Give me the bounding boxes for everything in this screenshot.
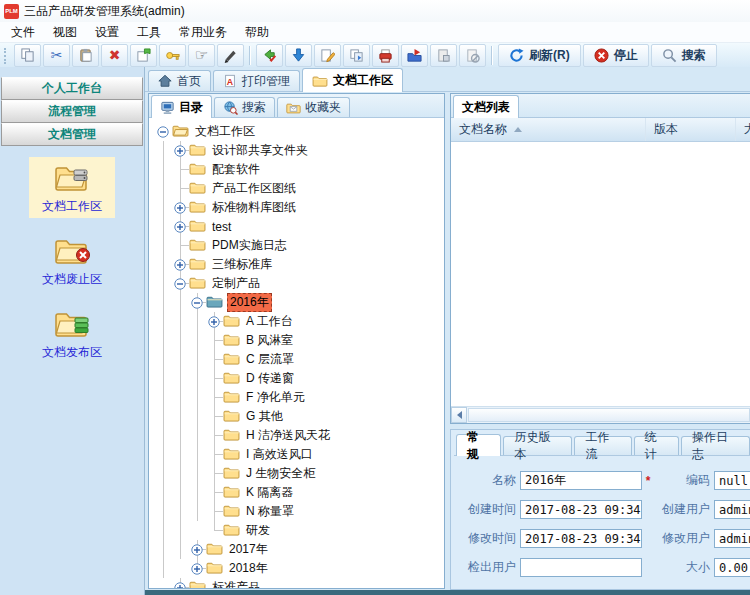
- tree-node[interactable]: F 净化单元: [155, 388, 444, 407]
- tree-node-label[interactable]: PDM实施日志: [210, 237, 289, 254]
- tree-node[interactable]: N 称量罩: [155, 502, 444, 521]
- toolbar-button[interactable]: [459, 44, 486, 67]
- sidebar-section-流程管理[interactable]: 流程管理: [1, 100, 143, 123]
- tree-node[interactable]: 标准产品: [155, 578, 444, 588]
- tree-tab-收藏夹[interactable]: 收藏夹: [277, 97, 350, 117]
- column-header-文档名称[interactable]: 文档名称: [451, 118, 646, 141]
- menu-item-视图[interactable]: 视图: [44, 22, 86, 43]
- tree-node-label[interactable]: 三维标准库: [210, 256, 274, 273]
- toolbar-button[interactable]: [401, 44, 428, 67]
- tree-node[interactable]: 2016年: [155, 293, 444, 312]
- toolbar-button[interactable]: [256, 44, 283, 67]
- menu-item-工具[interactable]: 工具: [128, 22, 170, 43]
- tree-node-label[interactable]: G 其他: [244, 408, 285, 425]
- field-input-名称[interactable]: 2016年: [520, 471, 642, 490]
- detail-tab-工作流[interactable]: 工作流: [574, 436, 631, 455]
- field-input-修改用户[interactable]: admin: [714, 529, 750, 548]
- toolbar-button-刷新(R)[interactable]: 刷新(R): [498, 44, 581, 67]
- toolbar-button[interactable]: [217, 44, 244, 67]
- tree-node-label[interactable]: test: [210, 220, 233, 234]
- tree-node[interactable]: C 层流罩: [155, 350, 444, 369]
- toolbar-button[interactable]: ☞: [188, 44, 215, 67]
- toolbar-button[interactable]: [314, 44, 341, 67]
- tree-node-label[interactable]: 定制产品: [210, 275, 262, 292]
- tree-node[interactable]: 研发: [155, 521, 444, 540]
- scrollbar-track[interactable]: [468, 408, 750, 422]
- tree-node[interactable]: 配套软件: [155, 160, 444, 179]
- tree-node-label[interactable]: 2018年: [227, 560, 270, 577]
- tree-node[interactable]: test: [155, 217, 444, 236]
- tree-node-label[interactable]: 2017年: [227, 541, 270, 558]
- tree-node-label[interactable]: K 隔离器: [244, 484, 295, 501]
- tab-文档工作区[interactable]: 文档工作区: [302, 68, 403, 92]
- tree-tab-搜索[interactable]: 搜索: [214, 97, 275, 117]
- sidebar-item-文档发布区[interactable]: 文档发布区: [29, 303, 115, 364]
- tree-node-label[interactable]: N 称量罩: [244, 503, 296, 520]
- tree-node-label[interactable]: 配套软件: [210, 161, 262, 178]
- field-input-创建用户[interactable]: admin: [714, 500, 750, 519]
- tree-node-label[interactable]: I 高效送风口: [244, 446, 315, 463]
- toolbar-button-停止[interactable]: 停止: [583, 44, 649, 67]
- tree-node[interactable]: 标准物料库图纸: [155, 198, 444, 217]
- field-input-编码[interactable]: null: [714, 471, 750, 490]
- tree-node-label[interactable]: F 净化单元: [244, 389, 307, 406]
- tree-node-label[interactable]: A 工作台: [244, 313, 295, 330]
- tree-node[interactable]: K 隔离器: [155, 483, 444, 502]
- field-input-检出用户[interactable]: [520, 558, 642, 577]
- tree-node[interactable]: G 其他: [155, 407, 444, 426]
- toolbar-button[interactable]: [159, 44, 186, 67]
- menu-item-常用业务[interactable]: 常用业务: [170, 22, 236, 43]
- toolbar-button[interactable]: [130, 44, 157, 67]
- tree-node[interactable]: J 生物安全柜: [155, 464, 444, 483]
- sidebar-section-个人工作台[interactable]: 个人工作台: [1, 77, 143, 100]
- tree-node[interactable]: D 传递窗: [155, 369, 444, 388]
- tree-node[interactable]: H 洁净送风天花: [155, 426, 444, 445]
- tree-node-label[interactable]: 产品工作区图纸: [210, 180, 298, 197]
- tree-node-label[interactable]: D 传递窗: [244, 370, 296, 387]
- tab-打印管理[interactable]: A打印管理: [213, 70, 300, 91]
- tree-node[interactable]: I 高效送风口: [155, 445, 444, 464]
- horizontal-scrollbar[interactable]: [451, 406, 750, 423]
- tree-tab-目录[interactable]: 目录: [151, 95, 212, 118]
- tab-首页[interactable]: 首页: [148, 70, 211, 91]
- tree-node-label[interactable]: 标准物料库图纸: [210, 199, 298, 216]
- tree-node-label[interactable]: B 风淋室: [244, 332, 295, 349]
- tree-node[interactable]: 2018年: [155, 559, 444, 578]
- toolbar-button-搜索[interactable]: 搜索: [651, 44, 717, 67]
- sidebar-item-文档工作区[interactable]: 文档工作区: [29, 157, 115, 218]
- tab-document-list[interactable]: 文档列表: [453, 95, 519, 118]
- tree-node[interactable]: 文档工作区: [155, 122, 444, 141]
- tree-node[interactable]: 产品工作区图纸: [155, 179, 444, 198]
- toolbar-button[interactable]: ✖: [101, 44, 128, 67]
- sidebar-section-文档管理[interactable]: 文档管理: [1, 123, 143, 146]
- tree-node-label[interactable]: 研发: [244, 522, 272, 539]
- tree-node[interactable]: 设计部共享文件夹: [155, 141, 444, 160]
- tree-node[interactable]: 三维标准库: [155, 255, 444, 274]
- tree-node[interactable]: 定制产品: [155, 274, 444, 293]
- menu-item-文件[interactable]: 文件: [2, 22, 44, 43]
- column-header-大小[interactable]: 大小: [736, 118, 750, 141]
- detail-tab-历史版本[interactable]: 历史版本: [503, 436, 572, 455]
- menu-item-帮助[interactable]: 帮助: [236, 22, 278, 43]
- scroll-left-button[interactable]: [451, 407, 467, 423]
- toolbar-button[interactable]: [14, 44, 41, 67]
- menu-item-设置[interactable]: 设置: [86, 22, 128, 43]
- field-input-大小[interactable]: 0.00 MB: [714, 558, 750, 577]
- tree-node-label[interactable]: 设计部共享文件夹: [210, 142, 310, 159]
- toolbar-grip[interactable]: [4, 48, 10, 64]
- field-input-创建时间[interactable]: 2017-08-23 09:34:44: [520, 500, 642, 519]
- tree-node-label[interactable]: 2016年: [227, 293, 272, 312]
- tree-node-label[interactable]: 标准产品: [210, 579, 262, 588]
- toolbar-button[interactable]: [372, 44, 399, 67]
- tree-node[interactable]: A 工作台: [155, 312, 444, 331]
- column-header-版本[interactable]: 版本: [646, 118, 736, 141]
- toolbar-button[interactable]: ✂: [43, 44, 70, 67]
- tree-node-label[interactable]: C 层流罩: [244, 351, 296, 368]
- tree-node-label[interactable]: H 洁净送风天花: [244, 427, 332, 444]
- tree-node-label[interactable]: J 生物安全柜: [244, 465, 317, 482]
- detail-tab-统计[interactable]: 统计: [634, 436, 679, 455]
- detail-tab-操作日志[interactable]: 操作日志: [681, 436, 750, 455]
- sidebar-item-文档废止区[interactable]: 文档废止区: [29, 230, 115, 291]
- tree-node[interactable]: PDM实施日志: [155, 236, 444, 255]
- toolbar-button[interactable]: [72, 44, 99, 67]
